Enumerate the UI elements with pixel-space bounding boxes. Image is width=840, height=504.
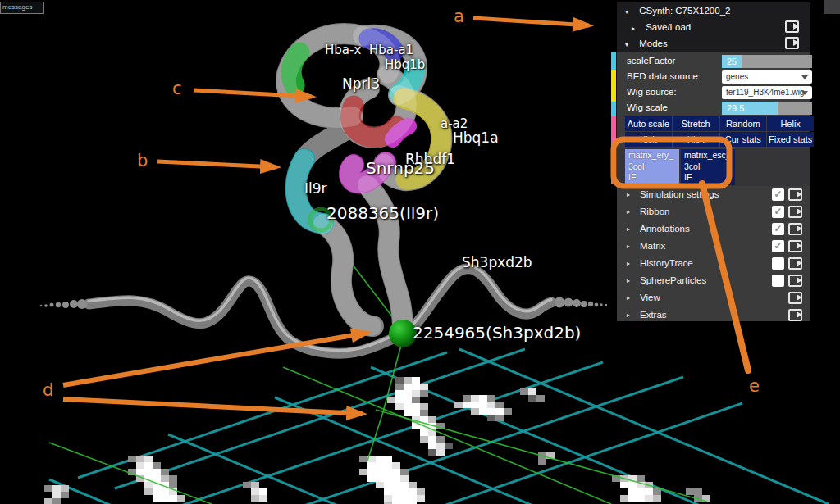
panel-title: CSynth: C75X1200_2 bbox=[639, 6, 730, 16]
scalefactor-slider[interactable]: 25 bbox=[722, 55, 812, 68]
matrix-btn-line: matrix_ery_ bbox=[628, 150, 676, 161]
detach-panel-icon[interactable] bbox=[788, 240, 802, 252]
chevron-down-icon bbox=[801, 91, 808, 95]
wig-scale-value: 29.5 bbox=[727, 102, 744, 115]
detach-panel-icon[interactable] bbox=[788, 257, 802, 270]
stretch-button[interactable]: Stretch bbox=[673, 116, 719, 131]
detach-panel-icon[interactable] bbox=[785, 20, 799, 33]
section-ribbon[interactable]: ▸ Ribbon ✓ bbox=[617, 204, 810, 220]
kick-button[interactable]: Kick bbox=[673, 132, 719, 147]
section-matrix[interactable]: ▸ Matrix ✓ bbox=[617, 238, 810, 254]
expand-caret-icon: ▸ bbox=[627, 256, 630, 271]
matrix-ery-button[interactable]: matrix_ery_ 3col IF bbox=[625, 149, 679, 185]
scalefactor-label: scaleFactor bbox=[627, 54, 675, 68]
visibility-checkbox[interactable] bbox=[772, 257, 784, 270]
section-extras[interactable]: ▸ Extras bbox=[617, 307, 810, 323]
expand-caret-icon: ▸ bbox=[632, 21, 643, 36]
modes-panel-body: scaleFactor 25 BED data source: genes Wi… bbox=[617, 52, 810, 321]
visibility-checkbox[interactable]: ✓ bbox=[772, 223, 784, 235]
wig-source-label: Wig source: bbox=[627, 85, 677, 99]
save-load-label: Save/Load bbox=[646, 22, 691, 32]
matrix-esc-button[interactable]: matrix_esc_ 3col IF bbox=[681, 149, 735, 185]
modes-label: Modes bbox=[639, 39, 668, 48]
wig-scale-label: Wig scale bbox=[627, 101, 668, 115]
random-button[interactable]: Random bbox=[720, 116, 767, 131]
helix-button[interactable]: Helix bbox=[767, 116, 814, 131]
matrix-btn-line: IF bbox=[684, 172, 732, 184]
left-bead-tail bbox=[40, 299, 87, 309]
section-label: Ribbon bbox=[640, 204, 669, 220]
wig-source-value: ter119_H3K4me1.wig bbox=[726, 88, 804, 97]
smooth-fibre bbox=[40, 266, 608, 353]
right-bead-tail bbox=[555, 297, 608, 308]
bed-source-label: BED data source: bbox=[627, 70, 701, 84]
visibility-checkbox[interactable]: ✓ bbox=[772, 206, 784, 218]
wig-source-select[interactable]: ter119_H3K4me1.wig bbox=[722, 86, 812, 99]
row-color-strip bbox=[611, 52, 616, 184]
detach-panel-icon[interactable] bbox=[785, 37, 799, 49]
expand-caret-icon: ▸ bbox=[627, 204, 630, 220]
matrix-btn-line: IF bbox=[628, 172, 676, 184]
cur-stats-button[interactable]: Cur stats bbox=[720, 132, 767, 147]
mode-buttons-grid: Auto scale Stretch Random Helix Kick Kic… bbox=[625, 116, 814, 147]
section-label: Extras bbox=[640, 307, 667, 323]
expand-caret-icon: ▸ bbox=[627, 221, 630, 237]
bed-source-select[interactable]: genes bbox=[722, 70, 812, 84]
section-annotations[interactable]: ▸ Annotations ✓ bbox=[617, 221, 810, 237]
matrix-btn-line: matrix_esc_ bbox=[684, 150, 732, 161]
expand-caret-icon: ▸ bbox=[627, 273, 630, 288]
section-simulation-settings[interactable]: ▸ Simulation settings ✓ bbox=[617, 187, 810, 202]
bed-source-row: BED data source: genes bbox=[617, 70, 810, 84]
wig-source-row: Wig source: ter119_H3K4me1.wig bbox=[617, 85, 810, 100]
fixed-stats-button[interactable]: Fixed stats bbox=[767, 132, 814, 147]
matrix-buttons-row: matrix_ery_ 3col IF matrix_esc_ 3col IF bbox=[617, 148, 810, 186]
detach-panel-icon[interactable] bbox=[788, 309, 802, 321]
layout-corner-block bbox=[824, 0, 840, 14]
section-save-load[interactable]: ▸ Save/Load bbox=[617, 20, 810, 34]
section-modes[interactable]: ▾ Modes bbox=[617, 36, 810, 51]
panel-title-row[interactable]: ▾ CSynth: C75X1200_2 bbox=[617, 3, 810, 18]
section-sphereparticles[interactable]: ▸ SphereParticles bbox=[617, 273, 810, 288]
visibility-checkbox[interactable]: ✓ bbox=[772, 188, 784, 201]
auto-scale-button[interactable]: Auto scale bbox=[625, 116, 672, 131]
csynth-control-panel: ▾ CSynth: C75X1200_2 ▸ Save/Load ▾ Modes… bbox=[611, 0, 810, 321]
csynth-app-window: Hba-x Hba-a1 Hbq1b Nprl3 a-a2 Hbq1a Rhbd… bbox=[0, 0, 840, 504]
section-label: Simulation settings bbox=[640, 187, 719, 202]
matrix-btn-line: 3col bbox=[684, 161, 732, 173]
bed-source-value: genes bbox=[726, 72, 748, 81]
detach-panel-icon[interactable] bbox=[788, 223, 802, 235]
section-label: Matrix bbox=[640, 238, 665, 254]
detach-panel-icon[interactable] bbox=[788, 292, 802, 304]
visibility-checkbox[interactable]: ✓ bbox=[772, 240, 784, 252]
wig-scale-slider[interactable]: 29.5 bbox=[722, 102, 812, 115]
section-view[interactable]: ▸ View bbox=[617, 290, 810, 306]
collapse-caret-icon: ▾ bbox=[625, 38, 637, 52]
section-label: View bbox=[640, 290, 660, 306]
wig-scale-row: Wig scale 29.5 bbox=[617, 101, 810, 116]
expand-caret-icon: ▸ bbox=[627, 238, 630, 254]
section-historytrace[interactable]: ▸ HistoryTrace bbox=[617, 256, 810, 271]
kick-button[interactable]: Kick bbox=[625, 132, 672, 147]
visibility-checkbox[interactable] bbox=[772, 275, 784, 287]
scalefactor-value: 25 bbox=[727, 55, 737, 68]
section-label: HistoryTrace bbox=[640, 256, 693, 271]
detach-panel-icon[interactable] bbox=[788, 188, 802, 201]
scalefactor-row: scaleFactor 25 bbox=[617, 54, 810, 69]
detach-panel-icon[interactable] bbox=[788, 275, 802, 287]
selected-bead-sphere[interactable] bbox=[389, 320, 417, 347]
coiled-gene-cluster bbox=[286, 34, 441, 328]
section-label: Annotations bbox=[640, 221, 690, 237]
collapse-caret-icon: ▾ bbox=[625, 5, 637, 20]
panel-header: ▾ CSynth: C75X1200_2 ▸ Save/Load ▾ Modes bbox=[617, 2, 810, 52]
messages-toggle[interactable]: messages bbox=[0, 2, 44, 14]
matrix-btn-line: 3col bbox=[628, 161, 676, 173]
expand-caret-icon: ▸ bbox=[627, 307, 630, 323]
expand-caret-icon: ▸ bbox=[627, 290, 630, 306]
detach-panel-icon[interactable] bbox=[788, 206, 802, 218]
expand-caret-icon: ▸ bbox=[627, 187, 630, 202]
section-label: SphereParticles bbox=[640, 273, 706, 288]
chevron-down-icon bbox=[801, 75, 808, 79]
